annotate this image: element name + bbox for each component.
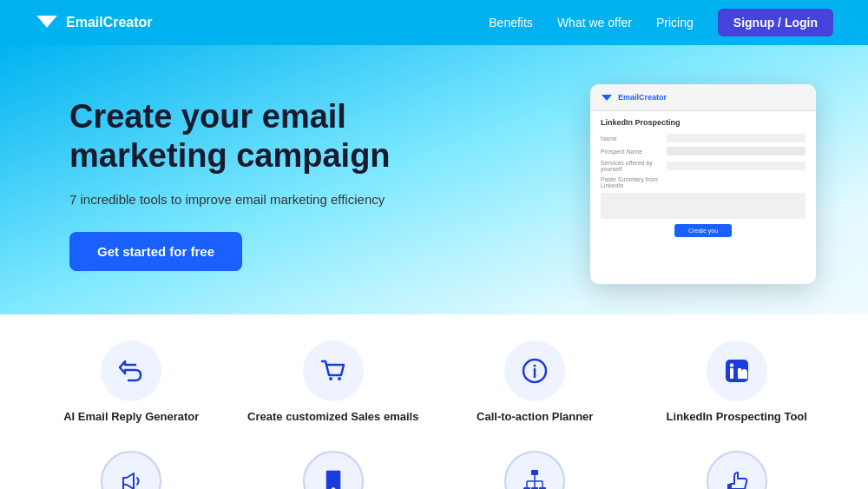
svg-marker-1 xyxy=(36,16,57,26)
feature-item-thumbsup xyxy=(641,442,834,489)
nav-pricing[interactable]: Pricing xyxy=(656,16,694,30)
feature-item-bookmark xyxy=(237,442,431,489)
hero-section: Create your email marketing campaign 7 i… xyxy=(0,45,868,314)
bookmark-icon-circle xyxy=(303,451,364,489)
cta-icon-circle xyxy=(504,340,565,401)
nav-benefits[interactable]: Benefits xyxy=(489,16,533,30)
svg-point-6 xyxy=(534,365,536,367)
svg-rect-9 xyxy=(730,368,733,379)
preview-logo-icon xyxy=(601,91,613,103)
svg-rect-13 xyxy=(531,470,538,475)
preview-label-services: Services offered by yourself xyxy=(601,160,661,172)
preview-header: EmailCreator xyxy=(590,84,816,111)
cta-button[interactable]: Get started for free xyxy=(69,232,242,271)
logo-icon xyxy=(35,10,59,35)
preview-input-prospect xyxy=(667,147,806,155)
feature-item-sales: Create customized Sales emails xyxy=(237,332,431,433)
feature-label-reply: AI Email Reply Generator xyxy=(63,410,199,425)
features-row-2 xyxy=(35,442,833,489)
svg-point-4 xyxy=(338,377,341,380)
app-preview-card: EmailCreator LinkedIn Prospecting Name P… xyxy=(590,84,816,284)
signup-button[interactable]: Signup / Login xyxy=(718,9,833,36)
feature-label-sales: Create customized Sales emails xyxy=(247,410,418,425)
preview-input-name xyxy=(667,134,806,142)
svg-rect-22 xyxy=(727,484,731,489)
cart-icon xyxy=(319,356,348,386)
features-row-1: AI Email Reply Generator Create customiz… xyxy=(35,332,833,433)
megaphone-icon-circle xyxy=(101,451,161,489)
preview-textarea xyxy=(601,193,806,219)
nav: Benefits What we offer Pricing Signup / … xyxy=(489,9,833,36)
feature-item-megaphone xyxy=(35,442,228,489)
linkedin-icon xyxy=(722,356,752,386)
preview-page-title: LinkedIn Prospecting xyxy=(601,118,806,127)
header: EmailCreator Benefits What we offer Pric… xyxy=(0,0,868,45)
svg-point-3 xyxy=(329,377,332,380)
nav-what-we-offer[interactable]: What we offer xyxy=(557,16,632,30)
preview-row-paste: Paste Summary from LinkedIn xyxy=(601,176,806,188)
sales-icon-circle xyxy=(303,340,364,401)
reply-icon xyxy=(116,356,146,386)
hierarchy-icon-circle xyxy=(504,451,565,489)
hierarchy-icon xyxy=(520,466,549,489)
preview-row-prospect: Prospect Name xyxy=(601,147,806,155)
preview-row-name: Name xyxy=(601,134,806,142)
hero-subtitle: 7 incredible tools to improve email mark… xyxy=(69,190,443,210)
preview-input-services xyxy=(667,162,806,170)
preview-label-name: Name xyxy=(601,135,661,142)
features-section: AI Email Reply Generator Create customiz… xyxy=(0,314,868,489)
preview-create-button[interactable]: Create you xyxy=(674,224,732,237)
preview-label-paste: Paste Summary from LinkedIn xyxy=(601,176,661,188)
feature-item-hierarchy xyxy=(438,442,632,489)
feature-item-cta: Call-to-action Planner xyxy=(438,332,632,433)
preview-row-services: Services offered by yourself xyxy=(601,160,806,172)
logo-text: EmailCreator xyxy=(66,15,153,30)
info-icon xyxy=(520,356,549,386)
linkedin-icon-circle xyxy=(707,340,767,401)
logo: EmailCreator xyxy=(35,10,153,35)
svg-point-10 xyxy=(730,363,733,367)
bookmark-icon xyxy=(319,466,348,489)
hero-content: Create your email marketing campaign 7 i… xyxy=(69,97,443,272)
megaphone-icon xyxy=(116,466,146,489)
feature-item-reply: AI Email Reply Generator xyxy=(35,332,228,433)
reply-icon-circle xyxy=(101,340,161,401)
svg-marker-2 xyxy=(602,95,612,101)
feature-label-cta: Call-to-action Planner xyxy=(477,410,593,425)
feature-label-linkedin: LinkedIn Prospecting Tool xyxy=(667,410,807,425)
preview-label-prospect: Prospect Name xyxy=(601,149,661,155)
thumbsup-icon-circle xyxy=(707,451,767,489)
thumbsup-icon xyxy=(722,466,752,489)
feature-item-linkedin: LinkedIn Prospecting Tool xyxy=(641,332,834,433)
preview-body: LinkedIn Prospecting Name Prospect Name … xyxy=(590,111,816,244)
preview-logo-text: EmailCreator xyxy=(618,93,667,102)
hero-title: Create your email marketing campaign xyxy=(69,97,443,176)
